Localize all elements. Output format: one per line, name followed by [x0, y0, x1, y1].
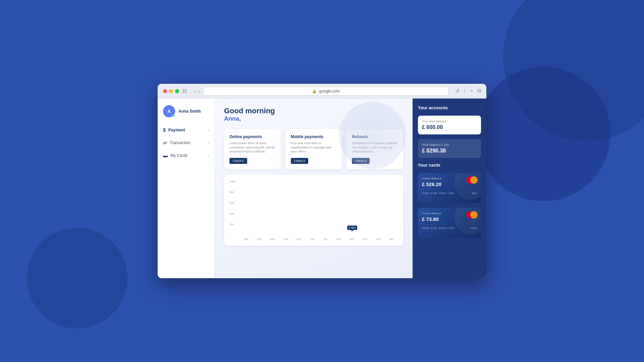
bg-decoration-2 — [476, 67, 610, 201]
close-window-dot[interactable] — [163, 89, 167, 93]
total-balance-label: Your total balance — [422, 120, 477, 123]
avatar: A — [163, 105, 175, 117]
chart-container: 1000 800 600 400 200 £ 900 JANFEBMARAPRM… — [224, 175, 403, 246]
x-label-jun: JUN — [307, 238, 319, 240]
x-label-mar: MAR — [267, 238, 279, 240]
refunds-title: Refunds — [352, 134, 398, 139]
payment-chevron-icon: › — [208, 128, 209, 132]
mobile-payments-check-button[interactable]: Check it — [291, 158, 309, 164]
window-controls — [163, 89, 179, 93]
lock-icon: 🔒 — [312, 89, 317, 94]
maximize-window-dot[interactable] — [175, 89, 179, 93]
feature-cards-row: Online payments Lorem ipsum dolor sit am… — [224, 129, 403, 169]
july-balance-label: Total balance in July — [422, 143, 477, 146]
tabs-button[interactable]: ⧉ — [477, 88, 481, 94]
chart-y-axis: 1000 800 600 400 200 — [229, 180, 235, 234]
mobile-payments-title: Mobile payments — [291, 134, 337, 139]
my-cards-chevron-icon: › — [208, 154, 209, 158]
x-label-feb: FEB — [254, 238, 266, 240]
main-content: Good morning Anna, Online payments Lorem… — [215, 99, 413, 278]
mc-yellow-circle — [470, 176, 478, 184]
greeting-line2: Anna, — [224, 115, 403, 122]
x-label-oct: OCT — [360, 238, 372, 240]
browser-action-buttons: ↺ ↑ + ⧉ — [455, 88, 481, 94]
minimize-window-dot[interactable] — [169, 89, 173, 93]
url-text: google.com — [319, 89, 340, 94]
forward-button[interactable]: › — [199, 88, 200, 94]
y-label-400: 400 — [229, 212, 235, 215]
july-balance-amount: £ 8290.38 — [422, 148, 477, 154]
card1-expiry: 09/2 — [472, 192, 477, 195]
x-label-apr: APR — [280, 238, 292, 240]
transaction-label: Transaction — [170, 140, 191, 145]
x-label-aug: AUG — [333, 238, 345, 240]
sidebar-item-payment[interactable]: $ Payment › — [158, 124, 214, 136]
bg-decoration-3 — [27, 228, 127, 328]
sidebar: A Anna Smith $ Payment › ⇄ Transaction — [158, 99, 215, 278]
greeting-line1: Good morning — [224, 107, 403, 115]
mastercard-logo-2 — [466, 211, 478, 219]
y-label-600: 600 — [229, 201, 235, 204]
total-balance-amount: £ 600.00 — [422, 124, 477, 130]
nav-menu: $ Payment › ⇄ Transaction › ▬ My Cards — [158, 124, 214, 162]
user-profile: A Anna Smith — [158, 105, 214, 124]
card1-footer: 5282 3456 7890 1289 09/2 — [422, 192, 477, 195]
your-cards-section-title: Your cards — [418, 163, 481, 168]
x-label-may: MAY — [293, 238, 305, 240]
card2-footer: 9830 3120 8930 2783 11/24 — [422, 227, 477, 230]
browser-window: ⊟ ‹ › 🔒 google.com ↺ ↑ + ⧉ A Anna Smith — [158, 84, 486, 278]
refunds-check-button[interactable]: Check it — [352, 158, 370, 164]
sidebar-item-my-cards[interactable]: ▬ My Cards › — [158, 149, 214, 162]
reload-button[interactable]: ↺ — [455, 88, 460, 94]
mobile-payments-desc: Duis aute irure dolor in reprehenderit i… — [291, 141, 337, 154]
app-container: A Anna Smith $ Payment › ⇄ Transaction — [158, 99, 486, 278]
online-payments-check-button[interactable]: Check it — [229, 158, 247, 164]
right-panel: Your accounts Your total balance £ 600.0… — [413, 99, 486, 278]
credit-card-2[interactable]: Current Balance £ 73.80 9830 3120 8930 2… — [418, 208, 481, 238]
browser-navigation: ‹ › — [194, 88, 200, 94]
refunds-card: Refunds Excepteur sint occaecat cupidata… — [346, 129, 403, 169]
card2-number: 9830 3120 8930 2783 — [422, 227, 454, 230]
card2-expiry: 11/24 — [470, 227, 477, 230]
browser-chrome: ⊟ ‹ › 🔒 google.com ↺ ↑ + ⧉ — [158, 84, 486, 99]
x-label-nov: NOV — [373, 238, 385, 240]
x-label-sep: SEP — [346, 238, 358, 240]
sidebar-item-transaction[interactable]: ⇄ Transaction › — [158, 137, 214, 149]
sidebar-toggle-icon[interactable]: ⊟ — [182, 88, 187, 94]
my-cards-icon: ▬ — [163, 153, 168, 158]
chart-bars: £ 900 — [240, 180, 398, 234]
url-bar[interactable]: 🔒 google.com — [203, 87, 448, 96]
total-balance-card: Your total balance £ 600.00 — [418, 116, 481, 134]
card1-number: 5282 3456 7890 1289 — [422, 192, 454, 195]
x-label-jan: JAN — [240, 238, 252, 240]
mastercard-logo-1 — [466, 176, 478, 184]
back-button[interactable]: ‹ — [194, 88, 196, 94]
july-balance-card: Total balance in July £ 8290.38 — [418, 139, 481, 158]
credit-card-1[interactable]: Current Balance £ 526.20 5282 3456 7890 … — [418, 173, 481, 203]
y-label-800: 800 — [229, 191, 235, 194]
bar-tooltip: £ 900 — [347, 226, 357, 230]
new-tab-button[interactable]: + — [470, 88, 473, 94]
chart-x-axis: JANFEBMARAPRMAYJUNJULAUGSEPOCTNOVDEC — [240, 238, 398, 240]
x-label-jul: JUL — [320, 238, 332, 240]
mobile-payments-card: Mobile payments Duis aute irure dolor in… — [285, 129, 342, 169]
greeting: Good morning Anna, — [224, 107, 403, 122]
my-cards-label: My Cards — [170, 153, 187, 158]
online-payments-title: Online payments — [229, 134, 275, 139]
user-name: Anna Smith — [178, 109, 201, 114]
accounts-section-title: Your accounts — [418, 105, 481, 110]
payment-icon: $ — [163, 127, 166, 133]
transaction-chevron-icon: › — [208, 141, 209, 145]
online-payments-card: Online payments Lorem ipsum dolor sit am… — [224, 129, 281, 169]
share-button[interactable]: ↑ — [464, 88, 466, 94]
avatar-initials: A — [167, 109, 171, 114]
payment-label: Payment — [168, 128, 185, 132]
refunds-desc: Excepteur sint occaecat cupidatat non pr… — [352, 141, 398, 154]
online-indicator — [172, 114, 175, 117]
online-payments-desc: Lorem ipsum dolor sit amet, consectetur … — [229, 141, 275, 154]
y-label-200: 200 — [229, 223, 235, 226]
y-label-1000: 1000 — [229, 180, 235, 183]
x-label-dec: DEC — [386, 238, 398, 240]
mc-yellow-circle-2 — [470, 211, 478, 219]
chart-area: 1000 800 600 400 200 £ 900 JANFEBMARAPRM… — [229, 180, 398, 240]
